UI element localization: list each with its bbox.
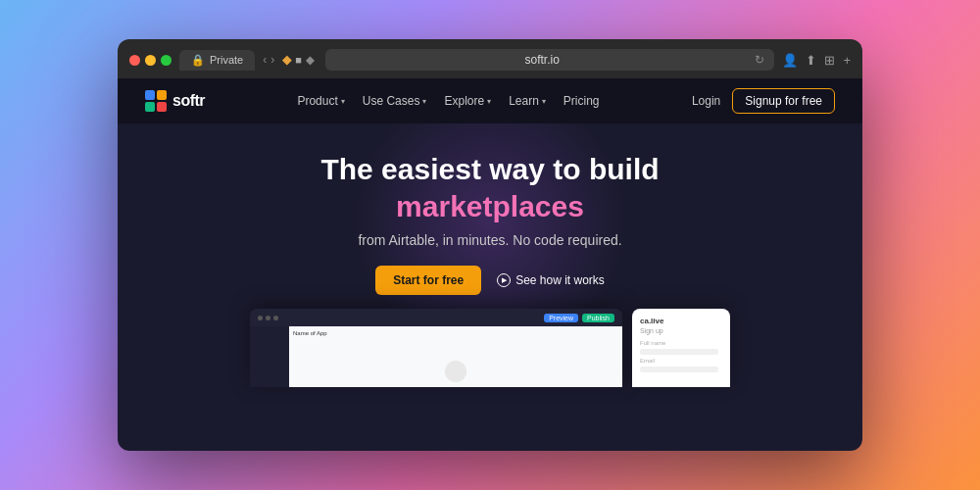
forward-arrow-icon[interactable]: ›	[270, 53, 274, 67]
address-bar[interactable]: softr.io ↻	[325, 49, 775, 71]
hero-subtitle: from Airtable, in minutes. No code requi…	[358, 232, 621, 248]
minimize-traffic-light[interactable]	[145, 55, 156, 66]
browser-chrome: 🔒 Private ‹ › ◆ ■ ◆ softr.io ↻ 👤 ⬆ ⊞ +	[118, 39, 862, 78]
preview-side-card: ca.live Sign up Full name Email	[632, 309, 730, 387]
cta-primary-button[interactable]: Start for free	[375, 266, 481, 295]
browser-actions: 👤 ⬆ ⊞ +	[782, 53, 851, 68]
chevron-down-icon-3: ▾	[487, 97, 491, 106]
preview-card-fields: Full name Email	[640, 340, 722, 372]
login-button[interactable]: Login	[692, 94, 720, 108]
nav-link-product[interactable]: Product ▾	[297, 94, 344, 108]
close-traffic-light[interactable]	[129, 55, 140, 66]
tab-label: Private	[210, 54, 243, 66]
nav-link-explore[interactable]: Explore ▾	[444, 94, 491, 108]
preview-dot-1	[258, 316, 263, 320]
tabs-icon[interactable]: ⊞	[824, 53, 835, 68]
logo-wrap: softr	[145, 90, 205, 112]
preview-card-title: ca.live	[640, 317, 722, 325]
private-icon: 🔒	[191, 54, 205, 67]
nav-actions: Login Signup for free	[692, 88, 835, 114]
preview-topbar: Preview Publish	[250, 309, 622, 326]
preview-dots	[258, 316, 278, 320]
preview-content-inner: Name of App	[289, 326, 622, 340]
account-icon[interactable]: 👤	[782, 53, 798, 68]
menu-icon[interactable]: +	[843, 53, 851, 68]
chevron-down-icon-4: ▾	[542, 97, 546, 106]
site-nav: softr Product ▾ Use Cases ▾ Explore ▾ Le…	[118, 78, 862, 123]
nav-arrows: ‹ ›	[263, 53, 274, 67]
share-icon[interactable]: ⬆	[806, 53, 816, 68]
chevron-down-icon: ▾	[341, 97, 345, 106]
dev-tool-icon-1: ◆	[282, 53, 291, 67]
nav-links: Product ▾ Use Cases ▾ Explore ▾ Learn ▾ …	[297, 94, 599, 108]
maximize-traffic-light[interactable]	[161, 55, 172, 66]
preview-button-blue[interactable]: Preview	[544, 314, 578, 322]
field-label-2: Email	[640, 358, 722, 364]
preview-sidebar-mini	[250, 326, 289, 387]
nav-link-pricing[interactable]: Pricing	[564, 94, 600, 108]
nav-link-learn[interactable]: Learn ▾	[509, 94, 546, 108]
preview-app-name: Name of App	[293, 330, 618, 336]
app-preview: Preview Publish Name of App	[118, 309, 862, 387]
website: softr Product ▾ Use Cases ▾ Explore ▾ Le…	[118, 78, 862, 451]
browser-window: 🔒 Private ‹ › ◆ ■ ◆ softr.io ↻ 👤 ⬆ ⊞ +	[118, 39, 862, 451]
hero-buttons: Start for free ▶ See how it works	[375, 266, 605, 295]
logo-text: softr	[172, 92, 205, 110]
preview-card-sub: Sign up	[640, 327, 722, 334]
logo-sq-amber	[157, 90, 167, 100]
cta-secondary-label: See how it works	[515, 273, 605, 287]
back-arrow-icon[interactable]: ‹	[263, 53, 267, 67]
preview-topbar-right: Preview Publish	[544, 314, 614, 322]
url-text: softr.io	[335, 53, 750, 67]
chevron-down-icon-2: ▾	[422, 97, 426, 106]
logo-sq-green	[145, 102, 155, 112]
field-input-2	[640, 367, 718, 372]
preview-button-green[interactable]: Publish	[582, 314, 614, 322]
hero-line2-accent: marketplaces	[396, 190, 584, 222]
preview-dot-2	[266, 316, 270, 320]
nav-link-use-cases[interactable]: Use Cases ▾	[363, 94, 427, 108]
preview-dot-3	[273, 316, 278, 320]
field-input-1	[640, 349, 718, 355]
play-icon: ▶	[497, 273, 511, 287]
field-label-1: Full name	[640, 340, 722, 346]
hero-title: The easiest way to build marketplaces	[320, 151, 659, 224]
hero-line1: The easiest way to build	[320, 153, 659, 185]
browser-tab[interactable]: 🔒 Private	[179, 50, 255, 71]
dev-tool-icon-3: ◆	[306, 54, 314, 67]
cta-secondary-button[interactable]: ▶ See how it works	[497, 273, 605, 287]
preview-circle-logo	[445, 361, 466, 382]
hero-section: The easiest way to build marketplaces fr…	[118, 123, 862, 451]
preview-content-area: Name of App	[289, 326, 622, 387]
dev-tool-icon-2: ■	[295, 54, 302, 66]
logo-sq-blue	[145, 90, 155, 100]
preview-body: Name of App	[250, 326, 622, 387]
refresh-icon[interactable]: ↻	[755, 53, 764, 67]
dev-icons: ◆ ■ ◆	[282, 53, 314, 67]
preview-main-window: Preview Publish Name of App	[250, 309, 622, 387]
logo-icon	[145, 90, 167, 112]
signup-button[interactable]: Signup for free	[732, 88, 835, 114]
logo-sq-red	[157, 102, 167, 112]
traffic-lights	[129, 55, 172, 66]
